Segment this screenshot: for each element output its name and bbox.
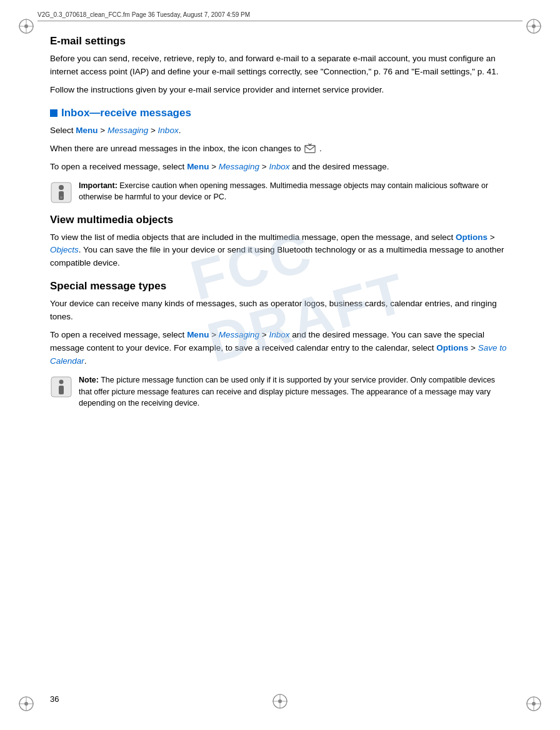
inbox-menu-para: Select Menu > Messaging > Inbox. — [50, 124, 510, 138]
special-message-section: Special message types Your device can re… — [50, 280, 510, 409]
note-body: The picture message function can be used… — [79, 376, 495, 408]
inbox-menu-link: Menu — [76, 126, 98, 135]
header-text: V2G_0.3_070618_clean_FCC.fm Page 36 Tues… — [38, 11, 250, 18]
svg-point-27 — [59, 379, 64, 384]
bottom-center-mark — [271, 692, 289, 712]
email-settings-para2: Follow the instructions given by your e-… — [50, 84, 510, 97]
important-note-box: Important: Exercise caution when opening… — [50, 180, 510, 204]
note-icon — [50, 376, 72, 398]
inbox-unread-para: When there are unread messages in the in… — [50, 142, 510, 156]
corner-mark-tr — [525, 18, 542, 35]
special-options-link: Options — [436, 343, 468, 352]
svg-rect-28 — [59, 386, 64, 394]
header-bar: V2G_0.3_070618_clean_FCC.fm Page 36 Tues… — [38, 11, 522, 21]
inbox-envelope-icon — [304, 143, 316, 154]
open-messaging-link: Messaging — [219, 162, 259, 171]
special-message-title: Special message types — [50, 280, 510, 292]
special-messaging-link: Messaging — [219, 330, 259, 339]
special-message-para1: Your device can receive many kinds of me… — [50, 298, 510, 324]
corner-mark-tl — [18, 18, 35, 35]
select-label: Select — [50, 126, 76, 135]
objects-link: Objects — [50, 245, 79, 254]
important-note-icon — [50, 181, 72, 204]
note-label: Note: — [79, 376, 99, 384]
inbox-inbox-link: Inbox — [158, 126, 179, 135]
inbox-open-msg-para: To open a received message, select Menu … — [50, 161, 510, 174]
main-content: E-mail settings Before you can send, rec… — [50, 35, 510, 686]
email-settings-section: E-mail settings Before you can send, rec… — [50, 35, 510, 97]
view-multimedia-para: To view the list of media objects that a… — [50, 231, 510, 271]
blue-square-icon — [50, 109, 58, 117]
inbox-messaging-link: Messaging — [108, 126, 148, 135]
svg-point-25 — [60, 196, 62, 199]
important-note-text: Important: Exercise caution when opening… — [79, 180, 510, 204]
corner-mark-br — [525, 695, 542, 712]
email-settings-title: E-mail settings — [50, 35, 510, 48]
view-multimedia-title: View multimedia objects — [50, 214, 510, 226]
svg-rect-20 — [305, 146, 315, 153]
special-message-para2: To open a received message, select Menu … — [50, 329, 510, 368]
note-text-content: Note: The picture message function can b… — [79, 374, 510, 409]
page-number: 36 — [50, 694, 59, 704]
important-body: Exercise caution when opening messages. … — [79, 181, 488, 202]
options-link: Options — [456, 232, 488, 242]
email-settings-para1: Before you can send, receive, retrieve, … — [50, 52, 510, 79]
open-inbox-link: Inbox — [269, 162, 289, 171]
view-multimedia-section: View multimedia objects To view the list… — [50, 214, 510, 271]
corner-mark-bl — [18, 695, 35, 712]
open-menu-link: Menu — [187, 162, 209, 171]
inbox-title-text: Inbox—receive messages — [61, 107, 191, 119]
special-inbox-link: Inbox — [269, 330, 289, 339]
inbox-title: Inbox—receive messages — [50, 107, 510, 119]
special-menu-link: Menu — [187, 330, 209, 339]
important-label: Important: — [79, 181, 118, 190]
note-box: Note: The picture message function can b… — [50, 374, 510, 409]
inbox-section: Inbox—receive messages Select Menu > Mes… — [50, 107, 510, 204]
svg-point-23 — [59, 185, 64, 190]
